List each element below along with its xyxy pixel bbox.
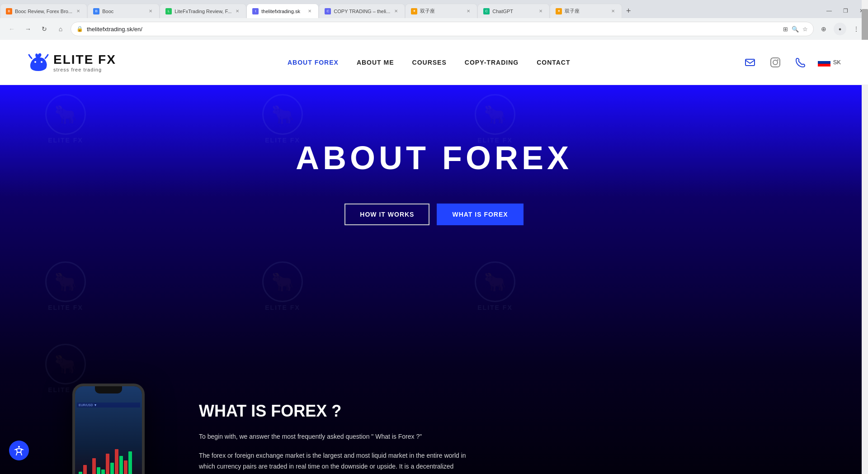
bg-logo-5: 🐂 ELITE FX	[262, 261, 303, 311]
svg-point-1	[41, 61, 42, 63]
tab-4-title: thelitefxtrading.sk	[261, 9, 304, 14]
lang-label: SK	[833, 59, 841, 66]
reload-button[interactable]: ↻	[38, 23, 51, 35]
bg-logo-6: 🐂 ELITE FX	[475, 261, 515, 311]
bg-logo-2: 🐂 ELITE FX	[262, 94, 303, 144]
candle	[128, 451, 132, 474]
svg-point-9	[18, 446, 20, 448]
logo-text-area: ELITE FX stress free trading	[53, 52, 116, 72]
what-is-forex-section: 🐂 ELITE FX EUR/USD ▼	[0, 365, 868, 474]
email-icon-button[interactable]	[742, 54, 758, 71]
tab-7[interactable]: C ChatGPT ✕	[477, 4, 550, 18]
address-text: thelitefxtrading.sk/en/	[87, 26, 779, 33]
tab-1-title: Booc Review, Forex Bro...	[15, 9, 72, 14]
tab-5-close[interactable]: ✕	[393, 8, 399, 14]
phone-icon-button[interactable]	[793, 54, 809, 71]
nav-icons: SK	[742, 54, 841, 71]
menu-button[interactable]: ⋮	[850, 23, 863, 35]
tab-5-title: COPY TRADING – theli...	[334, 9, 390, 14]
candle	[115, 449, 118, 474]
logo-tagline: stress free trading	[53, 67, 116, 72]
browser-chrome: B Booc Review, Forex Bro... ✕ B Booc ✕ L…	[0, 0, 868, 40]
tab-4[interactable]: t thelitefxtrading.sk ✕	[246, 4, 319, 18]
forex-para2: The forex or foreign exchange market is …	[199, 450, 470, 474]
how-it-works-button[interactable]: HOW IT WORKS	[344, 204, 429, 225]
nav-about-forex[interactable]: ABOUT FOREX	[288, 59, 339, 66]
phone-frame: EUR/USD ▼	[72, 384, 145, 474]
forex-content: WHAT IS FOREX ? To begin with, we answer…	[199, 402, 796, 474]
back-button[interactable]: ←	[5, 23, 18, 35]
svg-rect-3	[771, 58, 780, 67]
bg-logo-3: 🐂 ELITE FX	[475, 94, 515, 144]
bg-logo-4: 🐂 ELITE FX	[45, 261, 86, 311]
restore-button[interactable]: ❐	[839, 5, 852, 17]
hero-section: 🐂 ELITE FX 🐂 ELITE FX 🐂 ELITE FX 🐂 ELITE…	[0, 85, 868, 365]
logo-name: ELITE FX	[53, 52, 116, 67]
svg-point-0	[34, 61, 36, 63]
forward-button[interactable]: →	[22, 23, 34, 35]
tab-2[interactable]: B Booc ✕	[87, 4, 160, 18]
candle	[97, 467, 100, 474]
nav-links: ABOUT FOREX ABOUT ME COURSES COPY-TRADIN…	[288, 59, 571, 66]
tab-2-title: Booc	[102, 9, 145, 14]
forex-section-title: WHAT IS FOREX ?	[199, 402, 796, 421]
accessibility-button[interactable]	[9, 441, 29, 460]
phone-screen: EUR/USD ▼	[75, 386, 142, 474]
svg-rect-7	[818, 61, 830, 64]
lock-icon: 🔒	[76, 26, 83, 32]
tab-4-close[interactable]: ✕	[307, 8, 313, 14]
nav-about-me[interactable]: ABOUT ME	[357, 59, 394, 66]
extension-button[interactable]: ⊕	[817, 23, 830, 35]
home-button[interactable]: ⌂	[54, 23, 67, 35]
window-controls: — ❐ ✕	[823, 5, 868, 17]
svg-rect-8	[818, 64, 830, 66]
svg-rect-2	[745, 59, 755, 66]
candle	[110, 463, 114, 474]
tab-6-title: 双子座	[420, 8, 462, 14]
profile-button[interactable]: ●	[834, 23, 846, 35]
minimize-button[interactable]: —	[823, 5, 835, 17]
candle	[83, 465, 87, 474]
forex-para1: To begin with, we answer the most freque…	[199, 431, 470, 442]
tab-3-close[interactable]: ✕	[234, 8, 241, 14]
website: ELITE FX stress free trading ABOUT FOREX…	[0, 40, 868, 474]
candle	[79, 472, 82, 474]
language-selector[interactable]: SK	[818, 58, 841, 66]
zoom-icon[interactable]: 🔍	[792, 26, 799, 33]
address-bar[interactable]: 🔒 thelitefxtrading.sk/en/ ⊞ 🔍 ☆	[71, 22, 814, 36]
browser-actions: ⊕ ● ⋮	[817, 23, 863, 35]
candle	[119, 456, 123, 474]
phone-notch	[95, 386, 122, 393]
candle	[106, 454, 109, 474]
tab-7-close[interactable]: ✕	[538, 8, 544, 14]
tab-3[interactable]: L LiteFxTrading Review, F... ✕	[160, 4, 246, 18]
logo-area[interactable]: ELITE FX stress free trading	[27, 51, 116, 74]
nav-copy-trading[interactable]: COPY-TRADING	[465, 59, 519, 66]
tab-1-close[interactable]: ✕	[75, 8, 81, 14]
hero-title: ABOUT FOREX	[296, 139, 572, 176]
tab-8-title: 双子座	[565, 8, 607, 14]
candle	[101, 469, 105, 474]
tab-bar: B Booc Review, Forex Bro... ✕ B Booc ✕ L…	[0, 0, 868, 18]
nav-courses[interactable]: COURSES	[412, 59, 447, 66]
logo-bull-icon	[27, 51, 50, 74]
navbar: ELITE FX stress free trading ABOUT FOREX…	[0, 40, 868, 85]
tab-8-close[interactable]: ✕	[610, 8, 616, 14]
nav-contact[interactable]: CONTACT	[537, 59, 570, 66]
tab-1[interactable]: B Booc Review, Forex Bro... ✕	[0, 4, 87, 18]
tab-2-close[interactable]: ✕	[147, 8, 154, 14]
instagram-icon-button[interactable]	[767, 54, 783, 71]
phone-mockup: EUR/USD ▼	[72, 384, 163, 474]
what-is-forex-button[interactable]: WHAT IS FOREX	[437, 204, 523, 225]
tab-6[interactable]: ✦ 双子座 ✕	[405, 4, 477, 18]
tab-7-title: ChatGPT	[492, 9, 535, 14]
tab-6-close[interactable]: ✕	[465, 8, 472, 14]
new-tab-button[interactable]: +	[622, 5, 635, 17]
chart-area: 1.0823 ▼ -0.12%	[77, 408, 140, 474]
tab-3-title: LiteFxTrading Review, F...	[175, 9, 231, 14]
tab-5[interactable]: C COPY TRADING – theli... ✕	[319, 4, 405, 18]
tab-8[interactable]: ✦ 双子座 ✕	[550, 4, 622, 18]
bookmark-icon[interactable]: ☆	[802, 26, 808, 33]
translate-icon[interactable]: ⊞	[783, 26, 788, 33]
bg-logo-1: 🐂 ELITE FX	[45, 94, 86, 144]
